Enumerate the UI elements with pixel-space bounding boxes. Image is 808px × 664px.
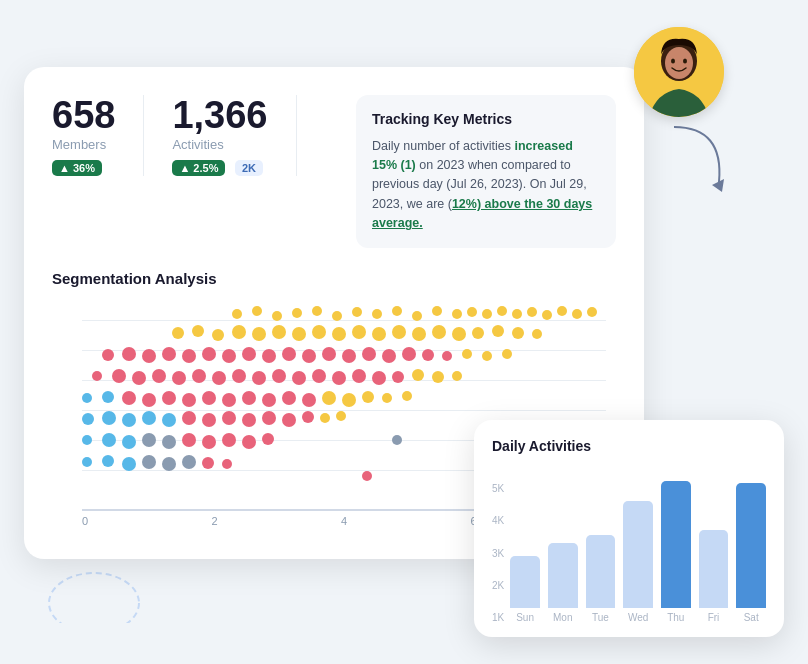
bar-col-wed: Wed (623, 501, 653, 623)
dot (320, 413, 330, 423)
dot (202, 347, 216, 361)
dot (402, 347, 416, 361)
dot (102, 349, 114, 361)
dot (352, 307, 362, 317)
dot (442, 351, 452, 361)
dot (362, 471, 372, 481)
dot (462, 349, 472, 359)
dot (182, 455, 196, 469)
svg-marker-5 (712, 179, 724, 192)
dot (222, 349, 236, 363)
dot (336, 411, 346, 421)
dot (252, 371, 266, 385)
svg-point-2 (665, 47, 693, 79)
dot (102, 391, 114, 403)
members-stat: 658 Members ▲ 36% (52, 95, 144, 176)
dot (202, 413, 216, 427)
dot (432, 325, 446, 339)
daily-activities-card: Daily Activities 5K 4K 3K 2K 1K Sun (474, 420, 784, 637)
bar-chart-inner: Sun Mon Tue Wed (510, 483, 766, 623)
dot (212, 371, 226, 385)
x-tick-2: 2 (211, 515, 217, 527)
activities-stat: 1,366 Activities ▲ 2.5% 2K (172, 95, 296, 176)
dot (142, 455, 156, 469)
dot (432, 306, 442, 316)
dot (432, 371, 444, 383)
dot (192, 325, 204, 337)
bar-sun (510, 556, 540, 608)
bar-label-thu: Thu (667, 612, 684, 623)
dot (372, 309, 382, 319)
dot (467, 307, 477, 317)
dot (152, 369, 166, 383)
members-label: Members (52, 137, 115, 152)
dot (82, 435, 92, 445)
dot (282, 391, 296, 405)
dot (572, 309, 582, 319)
bar-label-sun: Sun (516, 612, 534, 623)
dot (222, 411, 236, 425)
dot (382, 349, 396, 363)
dot (102, 411, 116, 425)
bar-col-thu: Thu (661, 481, 691, 623)
dot (292, 308, 302, 318)
dot (262, 433, 274, 445)
dot (497, 306, 507, 316)
activities-label: Activities (172, 137, 267, 152)
segmentation-title: Segmentation Analysis (52, 270, 616, 287)
x-tick-4: 4 (341, 515, 347, 527)
dot (262, 411, 276, 425)
dot (92, 371, 102, 381)
bar-col-fri: Fri (699, 530, 729, 623)
members-value: 658 (52, 95, 115, 137)
dot (302, 349, 316, 363)
dot (332, 311, 342, 321)
dot (352, 369, 366, 383)
h-line-3 (82, 410, 606, 411)
y-label-4k: 4K (492, 515, 504, 526)
dot (392, 371, 404, 383)
dot (162, 391, 176, 405)
dot (312, 369, 326, 383)
dot (232, 369, 246, 383)
y-label-3k: 3K (492, 548, 504, 559)
dot (557, 306, 567, 316)
dot (382, 393, 392, 403)
dot (172, 327, 184, 339)
bar-col-sat: Sat (736, 483, 766, 623)
dot (512, 309, 522, 319)
dot (192, 369, 206, 383)
dot (112, 369, 126, 383)
scene: 658 Members ▲ 36% 1,366 Activities ▲ 2.5… (24, 27, 784, 637)
dot (242, 413, 256, 427)
dot (122, 347, 136, 361)
dot (262, 393, 276, 407)
dot (102, 433, 116, 447)
tracking-title: Tracking Key Metrics (372, 109, 600, 131)
bar-label-fri: Fri (708, 612, 720, 623)
dot (202, 435, 216, 449)
y-label-1k: 1K (492, 612, 504, 623)
dot (242, 347, 256, 361)
dot (542, 310, 552, 320)
dot (202, 457, 214, 469)
dot (392, 325, 406, 339)
dot (122, 413, 136, 427)
dot (422, 349, 434, 361)
members-badge: ▲ 36% (52, 160, 102, 176)
dot (242, 435, 256, 449)
dot (482, 309, 492, 319)
dot (122, 457, 136, 471)
dot (252, 306, 262, 316)
dot (232, 325, 246, 339)
dot (272, 311, 282, 321)
dot (132, 371, 146, 385)
x-tick-0: 0 (82, 515, 88, 527)
dot (182, 393, 196, 407)
tracking-highlight1: increased 15% (1) (372, 139, 573, 172)
h-line-6 (82, 320, 606, 321)
bar-col-tue: Tue (586, 535, 616, 623)
dot (82, 457, 92, 467)
dot (212, 329, 224, 341)
svg-point-6 (49, 573, 139, 623)
